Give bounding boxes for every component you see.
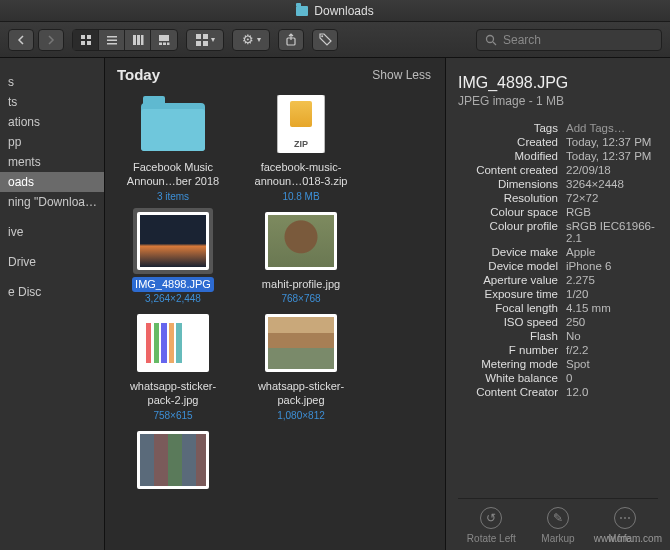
sidebar-item[interactable]: ning "Downloa… xyxy=(0,192,104,212)
file-item[interactable] xyxy=(113,427,233,498)
preview-pane: IMG_4898.JPG JPEG image - 1 MB TagsAdd T… xyxy=(445,58,670,550)
nav-buttons xyxy=(8,29,64,51)
preview-value: 4.15 mm xyxy=(566,302,658,314)
file-name: whatsapp-sticker-pack.jpeg xyxy=(243,379,359,409)
more--icon: ⋯ xyxy=(614,507,636,529)
file-thumbnail xyxy=(137,314,209,372)
preview-value: Today, 12:37 PM xyxy=(566,136,658,148)
preview-value: RGB xyxy=(566,206,658,218)
svg-rect-0 xyxy=(81,35,85,39)
preview-value[interactable]: Add Tags… xyxy=(566,122,658,134)
preview-key: Device make xyxy=(458,246,558,258)
section-header: Today Show Less xyxy=(105,58,445,87)
preview-value: 0 xyxy=(566,372,658,384)
forward-button[interactable] xyxy=(38,29,64,51)
file-name: IMG_4898.JPG xyxy=(132,277,214,293)
preview-value: iPhone 6 xyxy=(566,260,658,272)
preview-key: Modified xyxy=(458,150,558,162)
file-name xyxy=(170,496,176,498)
file-meta: 768×768 xyxy=(281,293,320,304)
icon-view-button[interactable] xyxy=(73,30,99,50)
preview-key: Metering mode xyxy=(458,358,558,370)
show-less-button[interactable]: Show Less xyxy=(372,68,431,82)
back-button[interactable] xyxy=(8,29,34,51)
preview-value: 3264×2448 xyxy=(566,178,658,190)
file-meta: 1,080×812 xyxy=(277,410,325,421)
group-by-menu[interactable]: ▾ xyxy=(186,29,224,51)
preview-value: f/2.2 xyxy=(566,344,658,356)
preview-key: Dimensions xyxy=(458,178,558,190)
svg-rect-3 xyxy=(87,41,91,45)
sidebar-item[interactable]: Drive xyxy=(0,252,104,272)
chevron-down-icon: ▾ xyxy=(211,35,215,44)
preview-subtitle: JPEG image - 1 MB xyxy=(458,94,658,108)
preview-key: Colour space xyxy=(458,206,558,218)
sidebar-item[interactable]: s xyxy=(0,72,104,92)
sidebar-item[interactable]: oads xyxy=(0,172,104,192)
file-thumbnail: ZIP xyxy=(265,95,337,153)
folder-icon xyxy=(296,6,308,16)
file-meta: 10.8 MB xyxy=(282,191,319,202)
file-name: mahit-profile.jpg xyxy=(259,277,343,293)
file-item[interactable]: whatsapp-sticker-pack-2.jpg758×615 xyxy=(113,310,233,421)
window-title: Downloads xyxy=(314,4,373,18)
window-titlebar: Downloads xyxy=(0,0,670,22)
sidebar-item[interactable]: ments xyxy=(0,152,104,172)
svg-rect-2 xyxy=(81,41,85,45)
search-input[interactable] xyxy=(503,33,653,47)
file-thumbnail xyxy=(265,212,337,270)
preview-key: Content Creator xyxy=(458,386,558,398)
preview-value: 250 xyxy=(566,316,658,328)
preview-title: IMG_4898.JPG xyxy=(458,74,658,92)
preview-key: Resolution xyxy=(458,192,558,204)
search-field[interactable] xyxy=(476,29,662,51)
file-name: whatsapp-sticker-pack-2.jpg xyxy=(115,379,231,409)
file-item[interactable]: whatsapp-sticker-pack.jpeg1,080×812 xyxy=(241,310,361,421)
svg-rect-17 xyxy=(203,41,208,46)
preview-key: Aperture value xyxy=(458,274,558,286)
search-icon xyxy=(485,34,497,46)
share-button[interactable] xyxy=(278,29,304,51)
sidebar-item[interactable]: pp xyxy=(0,132,104,152)
file-thumbnail xyxy=(137,431,209,489)
toolbar: ▾ ⚙ ▾ xyxy=(0,22,670,58)
svg-point-20 xyxy=(487,35,494,42)
column-view-button[interactable] xyxy=(125,30,151,50)
preview-value: No xyxy=(566,330,658,342)
preview-key: White balance xyxy=(458,372,558,384)
preview-key: Colour profile xyxy=(458,220,558,244)
view-mode-switcher[interactable] xyxy=(72,29,178,51)
list-view-button[interactable] xyxy=(99,30,125,50)
preview-action[interactable]: ✎Markup xyxy=(530,507,586,544)
gallery-view-button[interactable] xyxy=(151,30,177,50)
svg-rect-1 xyxy=(87,35,91,39)
chevron-down-icon: ▾ xyxy=(257,35,261,44)
file-item[interactable]: ZIPfacebook-music-announ…018-3.zip10.8 M… xyxy=(241,91,361,202)
preview-value: Today, 12:37 PM xyxy=(566,150,658,162)
svg-rect-15 xyxy=(203,34,208,39)
svg-rect-7 xyxy=(133,35,136,45)
file-meta: 3 items xyxy=(157,191,189,202)
action-menu[interactable]: ⚙ ▾ xyxy=(232,29,270,51)
file-item[interactable]: Facebook Music Announ…ber 20183 items xyxy=(113,91,233,202)
preview-key: F number xyxy=(458,344,558,356)
sidebar-item[interactable]: ations xyxy=(0,112,104,132)
gear-icon: ⚙ xyxy=(242,32,254,47)
preview-key: Tags xyxy=(458,122,558,134)
file-item[interactable]: IMG_4898.JPG3,264×2,448 xyxy=(113,208,233,305)
sidebar-item[interactable]: ts xyxy=(0,92,104,112)
sidebar-item[interactable]: e Disc xyxy=(0,282,104,302)
preview-value: sRGB IEC61966-2.1 xyxy=(566,220,658,244)
svg-point-19 xyxy=(321,35,323,37)
tags-button[interactable] xyxy=(312,29,338,51)
file-item[interactable]: mahit-profile.jpg768×768 xyxy=(241,208,361,305)
section-title: Today xyxy=(117,66,160,83)
sidebar-item[interactable]: ive xyxy=(0,222,104,242)
file-thumbnail xyxy=(265,314,337,372)
file-meta: 3,264×2,448 xyxy=(145,293,201,304)
file-thumbnail xyxy=(137,212,209,270)
svg-rect-4 xyxy=(107,36,117,38)
watermark: www.frfam.com xyxy=(594,533,662,544)
preview-key: Created xyxy=(458,136,558,148)
preview-action[interactable]: ↺Rotate Left xyxy=(463,507,519,544)
